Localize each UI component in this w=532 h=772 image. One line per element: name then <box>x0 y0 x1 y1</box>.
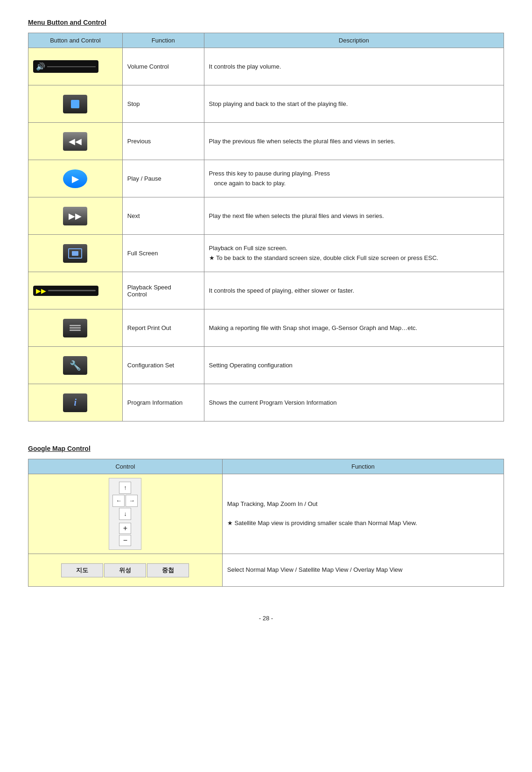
button-cell-previous: ◀◀ <box>28 123 123 160</box>
col-header-function: Function <box>122 33 204 48</box>
speed-icon: ▶▶ <box>36 287 46 295</box>
function-cell-report: Report Print Out <box>122 309 204 347</box>
table-row: Full Screen Playback on Full size screen… <box>28 235 504 272</box>
section1-title: Menu Button and Control <box>28 19 504 26</box>
description-cell-previous: Play the previous file when selects the … <box>204 123 504 160</box>
description-cell-volume: It controls the play volume. <box>204 48 504 85</box>
volume-slider <box>47 66 96 67</box>
control-cell-maptype: 지도 위성 중첩 <box>28 554 223 587</box>
table-row: ▶ Play / Pause Press this key to pause d… <box>28 160 504 197</box>
map-type-buttons: 지도 위성 중첩 <box>33 563 217 577</box>
description-cell-fullscreen: Playback on Full size screen. ★ To be ba… <box>204 235 504 272</box>
table-row: 🔧 Configuration Set Setting Operating co… <box>28 347 504 384</box>
description-cell-nav: Map Tracking, Map Zoom In / Out ★ Satell… <box>222 474 504 554</box>
button-cell-fullscreen <box>28 235 123 272</box>
speed-control-icon: ▶▶ <box>33 286 98 296</box>
config-icon: 🔧 <box>63 356 87 375</box>
function-cell-play: Play / Pause <box>122 160 204 197</box>
stop-square <box>71 100 79 108</box>
report-icon <box>63 319 87 337</box>
description-cell-play: Press this key to pause during playing. … <box>204 160 504 197</box>
button-cell-play: ▶ <box>28 160 123 197</box>
function-cell-fullscreen: Full Screen <box>122 235 204 272</box>
table-row: ◀◀ Previous Play the previous file when … <box>28 123 504 160</box>
zoom-out-btn[interactable]: − <box>119 535 131 546</box>
google-map-table: Control Function ↑ ← → ↓ <box>28 459 504 587</box>
description-cell-next: Play the next file when selects the plur… <box>204 197 504 235</box>
table-row: Stop Stop playing and back to the start … <box>28 85 504 123</box>
report-lines <box>70 325 81 331</box>
fullscreen-icon <box>63 244 87 263</box>
description-cell-info: Shows the current Program Version Inform… <box>204 384 504 421</box>
nav-up-btn[interactable]: ↑ <box>119 482 131 494</box>
report-line <box>70 327 81 329</box>
page-number: - 28 - <box>28 615 504 622</box>
button-cell-stop <box>28 85 123 123</box>
nav-row-up: ↑ <box>112 481 138 494</box>
next-icon: ▶▶ <box>63 207 87 225</box>
table-row: ↑ ← → ↓ + − <box>28 474 504 554</box>
previous-icon: ◀◀ <box>63 132 87 151</box>
menu-button-table: Button and Control Function Description … <box>28 33 504 421</box>
description-cell-report: Making a reporting file with Snap shot i… <box>204 309 504 347</box>
fullscreen-inner <box>68 248 82 259</box>
col-header-description: Description <box>204 33 504 48</box>
function-cell-next: Next <box>122 197 204 235</box>
description-cell-stop: Stop playing and back to the start of th… <box>204 85 504 123</box>
function-cell-volume: Volume Control <box>122 48 204 85</box>
nav-left-btn[interactable]: ← <box>112 495 125 507</box>
button-cell-config: 🔧 <box>28 347 123 384</box>
button-cell-info: i <box>28 384 123 421</box>
volume-control-icon: 🔊 <box>33 60 98 73</box>
nav-down-btn[interactable]: ↓ <box>119 508 131 520</box>
function-cell-previous: Previous <box>122 123 204 160</box>
nav-right-btn[interactable]: → <box>126 495 138 507</box>
nav-row-zoomout: − <box>112 534 138 547</box>
description-cell-speed: It controls the speed of playing, either… <box>204 272 504 309</box>
report-line <box>70 330 81 331</box>
report-line <box>70 325 81 326</box>
button-cell-speed: ▶▶ <box>28 272 123 309</box>
button-cell-volume: 🔊 <box>28 48 123 85</box>
section2-title: Google Map Control <box>28 445 504 452</box>
col-header-control: Control <box>28 459 223 474</box>
table-row: Report Print Out Making a reporting file… <box>28 309 504 347</box>
control-cell-nav: ↑ ← → ↓ + − <box>28 474 223 554</box>
nav-row-down: ↓ <box>112 507 138 520</box>
table-row: 지도 위성 중첩 Select Normal Map View / Satell… <box>28 554 504 587</box>
map-btn-overlay[interactable]: 중첩 <box>147 563 189 577</box>
map-btn-satellite[interactable]: 위성 <box>104 563 146 577</box>
function-cell-info: Program Information <box>122 384 204 421</box>
table-row: 🔊 Volume Control It controls the play vo… <box>28 48 504 85</box>
button-cell-report <box>28 309 123 347</box>
nav-row-zoom: + <box>112 522 138 534</box>
fullscreen-small <box>72 251 78 256</box>
table-row: ▶▶ Next Play the next file when selects … <box>28 197 504 235</box>
description-cell-config: Setting Operating configuration <box>204 347 504 384</box>
map-nav-box: ↑ ← → ↓ + − <box>109 478 141 550</box>
function-cell-stop: Stop <box>122 85 204 123</box>
table-row: ▶▶ Playback Speed Control It controls th… <box>28 272 504 309</box>
nav-row-lr: ← → <box>112 494 138 507</box>
speaker-icon: 🔊 <box>36 62 45 71</box>
button-cell-next: ▶▶ <box>28 197 123 235</box>
map-btn-normal[interactable]: 지도 <box>61 563 103 577</box>
info-icon: i <box>63 393 87 412</box>
table-row: i Program Information Shows the current … <box>28 384 504 421</box>
stop-icon <box>63 95 87 113</box>
function-cell-config: Configuration Set <box>122 347 204 384</box>
speed-bar <box>48 290 96 291</box>
description-cell-maptype: Select Normal Map View / Satellite Map V… <box>222 554 504 587</box>
function-cell-speed: Playback Speed Control <box>122 272 204 309</box>
col-header-button: Button and Control <box>28 33 123 48</box>
zoom-in-btn[interactable]: + <box>119 523 131 534</box>
play-icon: ▶ <box>63 169 87 188</box>
col-header-function2: Function <box>222 459 504 474</box>
